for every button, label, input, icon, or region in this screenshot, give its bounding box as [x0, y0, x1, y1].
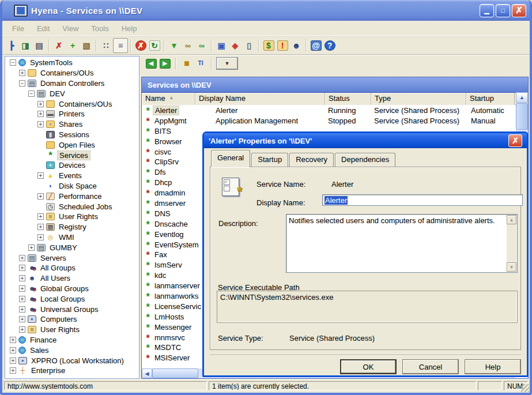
- print-button[interactable]: ▤: [32, 39, 46, 52]
- properties-button[interactable]: ▧: [80, 39, 93, 52]
- scroll-up-icon[interactable]: ▲: [507, 215, 516, 224]
- maximize-button[interactable]: □: [496, 4, 510, 17]
- tree-expander[interactable]: +: [28, 244, 35, 251]
- tree-item-xppro-local-workstation[interactable]: +▪XPPRO (Local Workstation): [5, 355, 139, 366]
- tree-item-registry[interactable]: +▦Registry: [5, 222, 139, 232]
- cancel-button[interactable]: Cancel: [402, 359, 459, 374]
- tree-item-global-groups[interactable]: +☻Global Groups: [5, 284, 139, 294]
- small-icons-view-button[interactable]: ∷: [99, 39, 113, 52]
- tree-item-all-groups[interactable]: +☻All Groups: [5, 263, 139, 273]
- tree-expander[interactable]: +: [19, 285, 25, 292]
- horizontal-scroll-thumb[interactable]: [152, 368, 198, 378]
- tree-item-user-rights[interactable]: +≡User Rights: [5, 325, 139, 335]
- tree-item-shares[interactable]: +▫Shares: [5, 119, 139, 130]
- copy-button[interactable]: ▣: [214, 39, 228, 52]
- column-header-type[interactable]: Type: [371, 93, 466, 105]
- tree-item-servers[interactable]: +▤Servers: [5, 253, 139, 263]
- tree-item-computers[interactable]: +▪Computers: [5, 314, 139, 325]
- table-view-button[interactable]: ▦: [180, 58, 193, 69]
- tree-item-finance[interactable]: +≈Finance: [5, 335, 139, 345]
- column-header-display-name[interactable]: Display Name: [195, 93, 325, 105]
- tab-recovery[interactable]: Recovery: [289, 153, 334, 167]
- tree-item-open-files[interactable]: Open Files: [5, 140, 139, 150]
- tree-item-sales[interactable]: +≈Sales: [5, 345, 139, 355]
- tree-item-gumby[interactable]: +▤GUMBY: [5, 242, 139, 253]
- menu-edit[interactable]: Edit: [31, 22, 56, 35]
- tree-expander[interactable]: +: [19, 255, 25, 261]
- account-alert-button[interactable]: !: [276, 39, 289, 52]
- scroll-left-icon[interactable]: ◀: [142, 368, 152, 378]
- tree-item-scheduled-jobs[interactable]: ◷Scheduled Jobs: [5, 201, 139, 212]
- tree-item-local-groups[interactable]: +☻Local Groups: [5, 294, 139, 304]
- tab-dependencies[interactable]: Dependencies: [335, 153, 395, 167]
- menu-tools[interactable]: Tools: [85, 22, 115, 35]
- tree-item-printers[interactable]: +▬Printers: [5, 109, 139, 119]
- tab-general[interactable]: General: [211, 150, 250, 167]
- tree-expander[interactable]: +: [19, 70, 25, 76]
- tree-item-domain-controllers[interactable]: −▤Domain Controllers: [5, 78, 139, 89]
- tree-item-dev[interactable]: −▤DEV: [5, 88, 139, 99]
- display-name-input[interactable]: Alerter: [322, 194, 523, 206]
- service-row-alerter[interactable]: *AlerterAlerterRunningService (Shared Pr…: [142, 105, 515, 115]
- refresh-button[interactable]: ↻: [148, 39, 161, 52]
- details-view-button[interactable]: ≡: [113, 38, 128, 53]
- tree-expander[interactable]: +: [37, 234, 44, 240]
- tree-item-sessions[interactable]: ▮Sessions: [5, 130, 139, 140]
- tree-item-user-rights[interactable]: +≡User Rights: [5, 212, 139, 222]
- tree-expander[interactable]: +: [37, 213, 44, 220]
- tree-expander[interactable]: +: [10, 367, 16, 374]
- tree-item-devices[interactable]: +Devices: [5, 160, 139, 171]
- minimize-button[interactable]: ▁: [480, 4, 494, 17]
- column-header-status[interactable]: Status: [325, 93, 371, 105]
- filter-button[interactable]: ▼: [167, 39, 181, 52]
- tree-expander[interactable]: +: [10, 337, 16, 343]
- tree-expander[interactable]: +: [37, 101, 44, 107]
- scroll-down-icon[interactable]: ▼: [507, 262, 516, 272]
- find-related-button[interactable]: ∞: [195, 39, 209, 52]
- tree-item-universal-groups[interactable]: +☻Universal Groups: [5, 304, 139, 314]
- description-scrollbar[interactable]: ▲ ▼: [507, 215, 516, 272]
- dialog-close-button[interactable]: ✗: [508, 134, 522, 147]
- tree-expander[interactable]: +: [19, 306, 25, 313]
- forward-button[interactable]: ▶: [159, 58, 171, 69]
- column-header-startup[interactable]: Startup: [466, 93, 515, 105]
- tree-expander[interactable]: +: [19, 275, 25, 281]
- tree-item-events[interactable]: +▲Events: [5, 171, 139, 181]
- tree-expander[interactable]: +: [37, 121, 44, 127]
- back-button[interactable]: ◀: [145, 58, 157, 69]
- tree-item-enterprise[interactable]: +┼Enterprise: [5, 366, 139, 376]
- scroll-up-icon[interactable]: ▲: [516, 92, 528, 103]
- account-deposit-button[interactable]: $: [262, 39, 276, 52]
- tree-expander[interactable]: +: [19, 265, 25, 271]
- command-prompt-button[interactable]: @: [309, 39, 323, 52]
- tree-expander[interactable]: +: [10, 347, 16, 353]
- abort-button[interactable]: ✗: [134, 39, 148, 52]
- ok-button[interactable]: OK: [340, 359, 397, 374]
- column-header-name[interactable]: Name▴: [142, 93, 195, 105]
- tree-item-all-users[interactable]: +☻All Users: [5, 273, 139, 284]
- org-chart-button[interactable]: ◈: [228, 39, 242, 52]
- view-selector-dropdown[interactable]: ▼: [216, 57, 238, 70]
- tree-item-services[interactable]: *Services: [5, 150, 139, 160]
- tree-expander[interactable]: +: [19, 316, 25, 322]
- text-columns-view-button[interactable]: TI: [194, 58, 207, 69]
- tree-item-wmi[interactable]: +◎WMI: [5, 232, 139, 243]
- find-button[interactable]: ∞: [181, 39, 195, 52]
- tab-startup[interactable]: Startup: [251, 153, 288, 167]
- resize-grip[interactable]: [521, 384, 529, 392]
- tree-expander[interactable]: +: [37, 193, 44, 200]
- menu-view[interactable]: View: [56, 22, 85, 35]
- tree-expander[interactable]: −: [19, 80, 25, 86]
- tree-expander[interactable]: +: [37, 172, 44, 179]
- service-row-appmgmt[interactable]: *AppMgmtApplication ManagementStoppedSer…: [142, 115, 515, 126]
- vertical-scroll-thumb[interactable]: [516, 103, 528, 130]
- user-verify-button[interactable]: ☻: [289, 39, 303, 52]
- close-button[interactable]: ✗: [512, 4, 526, 17]
- tree-expander[interactable]: +: [37, 111, 44, 117]
- export-view-button[interactable]: ◨: [18, 39, 32, 52]
- description-textarea[interactable]: Notifies selected users and computers of…: [286, 214, 518, 273]
- tree-item-containers-ous[interactable]: +Containers/OUs: [5, 68, 139, 78]
- view-tree-button[interactable]: ┣: [5, 39, 18, 52]
- tree-item-systemtools[interactable]: −≈SystemTools: [5, 58, 139, 68]
- help-button[interactable]: Help: [465, 359, 521, 374]
